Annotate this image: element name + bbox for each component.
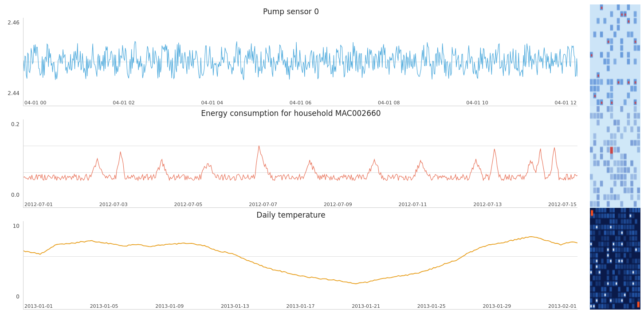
energy-x-0: 2012-07-01 (24, 202, 53, 207)
pump-x-0: 04-01 00 (24, 100, 46, 106)
temperature-y-axis: 10 0 (4, 221, 23, 310)
pump-x-6: 04-01 12 (555, 100, 577, 106)
energy-x-axis: 2012-07-01 2012-07-03 2012-07-05 2012-07… (24, 198, 577, 207)
energy-consumption-chart: Energy consumption for household MAC0026… (4, 106, 577, 208)
energy-consumption-title: Energy consumption for household MAC0026… (201, 109, 381, 118)
pump-x-2: 04-01 04 (201, 100, 223, 106)
pump-x-3: 04-01 06 (290, 100, 311, 106)
pump-y-top: 2.46 (8, 20, 20, 26)
pump-svg (24, 18, 577, 96)
temp-x-3: 2013-01-13 (221, 303, 249, 309)
main-charts-area: Pump sensor 0 2.46 2.44 04-01 00 04-01 0… (0, 0, 586, 314)
energy-y-bottom: 0.0 (11, 192, 20, 198)
energy-area: 0.2 0.0 2012-07-01 2012-07-03 2012-07-05… (4, 119, 577, 208)
temp-x-4: 2013-01-17 (287, 303, 315, 309)
energy-y-axis: 0.2 0.0 (4, 119, 23, 208)
temp-x-7: 2013-01-29 (483, 303, 511, 309)
energy-x-5: 2012-07-11 (399, 202, 427, 207)
energy-y-top: 0.2 (11, 121, 20, 127)
temp-x-8: 2013-02-01 (548, 303, 577, 309)
pump-x-axis: 04-01 00 04-01 02 04-01 04 04-01 06 04-0… (24, 96, 577, 106)
temperature-area: 10 0 2013-01-01 2013-01-05 2013-01-09 20… (4, 221, 577, 310)
energy-thumbnail[interactable] (590, 106, 640, 208)
energy-x-3: 2012-07-07 (249, 202, 277, 207)
temperature-x-axis: 2013-01-01 2013-01-05 2013-01-09 2013-01… (24, 299, 577, 309)
pump-x-1: 04-01 02 (113, 100, 134, 106)
temperature-svg (24, 221, 577, 299)
thumbnails-column (586, 0, 644, 314)
pump-thumbnail[interactable] (590, 4, 640, 106)
pump-y-axis: 2.46 2.44 (4, 18, 23, 106)
daily-temperature-chart: Daily temperature 10 0 2013-01-01 2013-0… (4, 208, 577, 310)
temperature-y-bottom: 0 (16, 294, 20, 300)
temp-x-2: 2013-01-09 (155, 303, 184, 309)
energy-x-6: 2012-07-13 (473, 202, 502, 207)
energy-x-1: 2012-07-03 (99, 202, 128, 207)
temperature-chart-inner: 2013-01-01 2013-01-05 2013-01-09 2013-01… (23, 221, 577, 310)
daily-temperature-title: Daily temperature (256, 211, 325, 219)
temperature-y-top: 10 (13, 223, 20, 229)
pump-x-4: 04-01 08 (378, 100, 400, 106)
temp-x-5: 2013-01-21 (352, 303, 380, 309)
energy-x-4: 2012-07-09 (324, 202, 352, 207)
temp-x-0: 2013-01-01 (24, 303, 53, 309)
pump-sensor-title: Pump sensor 0 (263, 7, 319, 16)
energy-x-7: 2012-07-15 (548, 202, 577, 207)
energy-svg (24, 119, 577, 198)
energy-x-2: 2012-07-05 (174, 202, 202, 207)
pump-x-5: 04-01 10 (466, 100, 488, 106)
pump-y-bottom: 2.44 (8, 90, 20, 96)
temp-x-6: 2013-01-25 (417, 303, 446, 309)
pump-sensor-chart: Pump sensor 0 2.46 2.44 04-01 00 04-01 0… (4, 4, 577, 106)
temperature-thumbnail[interactable] (590, 208, 640, 310)
pump-chart-inner: 04-01 00 04-01 02 04-01 04 04-01 06 04-0… (23, 18, 577, 106)
energy-chart-inner: 2012-07-01 2012-07-03 2012-07-05 2012-07… (23, 119, 577, 208)
temp-x-1: 2013-01-05 (90, 303, 118, 309)
pump-sensor-area: 2.46 2.44 04-01 00 04-01 02 04-01 04 04-… (4, 18, 577, 106)
